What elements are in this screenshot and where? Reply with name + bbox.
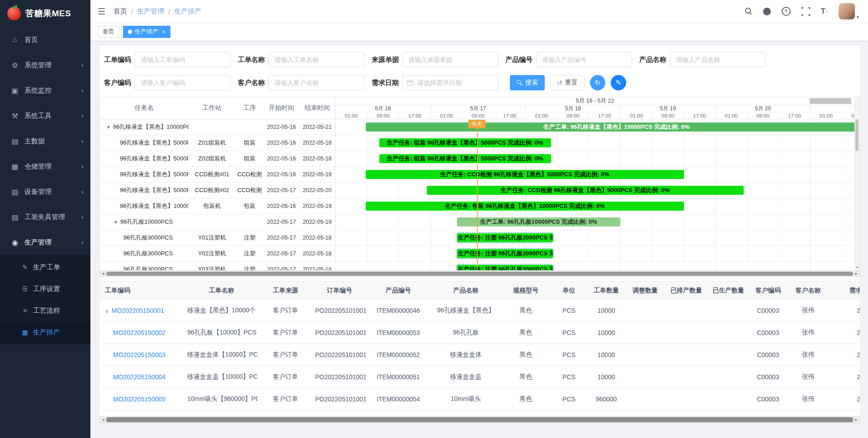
edit-button[interactable]: ✎ bbox=[611, 75, 626, 90]
close-icon[interactable]: × bbox=[162, 28, 165, 35]
tree-expand-icon[interactable]: ▼ bbox=[113, 220, 118, 225]
orders-cell: 202 bbox=[829, 344, 860, 366]
filter-form: 工单编码工单名称来源单据产品编号产品名称客户编码客户名称需求日期搜索↺重置↻✎ bbox=[99, 46, 860, 97]
orders-cell: 黑色 bbox=[501, 388, 551, 410]
user-menu[interactable]: ▾ bbox=[839, 3, 859, 19]
gantt-task-bar[interactable]: 生产任务: CCD检测 96孔移液盒【黑色】5000PCS 完成比例: 0% bbox=[366, 170, 684, 179]
workorder-code-link[interactable]: MO202205150001 bbox=[112, 307, 164, 314]
today-label: 今天 bbox=[468, 120, 486, 128]
gantt-task-bar[interactable]: 生产任务: 包装 96孔移液盒【黑色】10000PCS 完成比例: 0% bbox=[366, 202, 684, 211]
gantt-vertical-scrollbar[interactable]: ▾ bbox=[854, 97, 859, 270]
gantt-task-row[interactable]: 96孔移液盒【黑色】5000PCSCCD检测#02CCD检测2022-05-17… bbox=[100, 183, 335, 198]
workorder-code-link[interactable]: MO202205150005 bbox=[113, 396, 165, 403]
orders-cell bbox=[665, 300, 708, 322]
scrollbar-thumb[interactable] bbox=[106, 272, 853, 276]
gantt-task-row[interactable]: 96孔孔板3000PCSY01注塑机注塑2022-05-172022-05-18 bbox=[100, 230, 335, 246]
gantt-task-row[interactable]: 96孔移液盒【黑色】5000PCSZ02组装机组装2022-05-162022-… bbox=[100, 151, 335, 167]
workorder-code-link[interactable]: MO202205150002 bbox=[113, 329, 165, 336]
gantt-task-bar[interactable]: 生产任务: 注塑 96孔孔板3000PCS 完成 bbox=[457, 233, 553, 242]
table-horizontal-scrollbar[interactable]: ◂ ▸ bbox=[99, 416, 860, 423]
orders-cell: PO202205101001 bbox=[313, 300, 366, 322]
breadcrumb-item-2[interactable]: 生产排产 bbox=[174, 7, 201, 16]
search-button[interactable]: 搜索 bbox=[510, 75, 545, 90]
gantt-task-bar[interactable]: 生产任务: 注塑 96孔孔板3000PCS 完成 bbox=[457, 249, 553, 258]
gantt-end-cell: 2022-05-18 bbox=[299, 140, 335, 146]
tab-1[interactable]: 生产排产× bbox=[123, 26, 170, 38]
gantt-hour-label: 17:00 bbox=[494, 113, 525, 119]
refresh-button[interactable]: ↻ bbox=[590, 75, 605, 90]
fullscreen-icon[interactable] bbox=[802, 7, 810, 16]
sidebar-item-7[interactable]: ▨工装夹具管理∨ bbox=[0, 204, 90, 230]
tab-active-dot bbox=[128, 30, 132, 34]
sidebar-item-6[interactable]: ▧设备管理∨ bbox=[0, 179, 90, 204]
gantt-task-row[interactable]: ▼96孔孔板10000PCS2022-05-172022-05-19 bbox=[100, 214, 335, 230]
sidebar-item-2[interactable]: ▣系统监控∨ bbox=[0, 78, 90, 103]
gantt-horizontal-scrollbar[interactable]: ◂ ▸ bbox=[99, 271, 860, 277]
scroll-right-icon[interactable]: ▸ bbox=[854, 271, 859, 276]
sidebar-item-4[interactable]: ▤主数据∨ bbox=[0, 128, 90, 154]
orders-cell bbox=[708, 300, 749, 322]
workorder-code-link[interactable]: MO202205150003 bbox=[113, 351, 165, 358]
workorder-icon: ✎ bbox=[21, 264, 29, 271]
avatar[interactable] bbox=[839, 3, 855, 19]
tab-0[interactable]: 首页 bbox=[98, 26, 119, 38]
hamburger-icon[interactable]: ☰ bbox=[98, 6, 105, 17]
search-icon[interactable] bbox=[745, 7, 752, 16]
gantt-task-row[interactable]: 96孔孔板3000PCSY03注塑机注塑2022-05-172022-05-18 bbox=[100, 262, 335, 270]
orders-cell: PO202205101001 bbox=[313, 322, 366, 344]
date-input[interactable] bbox=[402, 75, 498, 90]
scrollbar-thumb[interactable] bbox=[855, 119, 859, 151]
timeline-mini-scrollbar[interactable] bbox=[810, 98, 851, 104]
scroll-down-icon[interactable]: ▾ bbox=[855, 265, 859, 270]
scroll-left-icon[interactable]: ◂ bbox=[100, 417, 106, 422]
font-size-icon[interactable]: T bbox=[821, 7, 828, 16]
text-input[interactable] bbox=[269, 52, 364, 67]
orders-cell: PO202205101001 bbox=[313, 366, 366, 388]
sidebar-item-8[interactable]: ◉生产管理∧ bbox=[0, 230, 90, 255]
gantt-task-row[interactable]: ▼96孔移液盒【黑色】10000PCS2022-05-162022-05-21 bbox=[100, 119, 335, 135]
gantt-task-row[interactable]: 96孔移液盒【黑色】5000PCSCCD检测#01CCD检测2022-05-16… bbox=[100, 167, 335, 183]
sidebar-item-3[interactable]: ⚒系统工具∨ bbox=[0, 103, 90, 128]
gantt-hour-label: 01:00 bbox=[335, 113, 367, 119]
gantt-task-row[interactable]: 96孔孔板3000PCSY02注塑机注塑2022-05-172022-05-18 bbox=[100, 246, 335, 262]
sidebar-subitem-3[interactable]: ▦生产排产 bbox=[0, 321, 90, 343]
breadcrumb-item-1[interactable]: 生产管理 bbox=[137, 7, 164, 16]
question-icon[interactable]: ? bbox=[782, 7, 791, 16]
text-input[interactable] bbox=[536, 52, 632, 67]
gantt-column-header: 工作站 bbox=[189, 104, 236, 112]
gantt-hour-label: 17:00 bbox=[684, 113, 715, 119]
github-icon[interactable] bbox=[763, 7, 771, 16]
text-input[interactable] bbox=[135, 75, 231, 90]
gantt-workorder-bar[interactable]: 生产工单: 96孔移液盒【黑色】10000PCS 完成比例: 0% bbox=[366, 122, 854, 132]
gantt-task-bar[interactable]: 生产任务: 注塑 96孔孔板3000PCS 完成 bbox=[457, 265, 553, 270]
sidebar-subitem-2[interactable]: ≡工艺流程 bbox=[0, 300, 90, 321]
orders-column-header: 工单数量 bbox=[587, 282, 625, 300]
sidebar-item-5[interactable]: ▦仓储管理∨ bbox=[0, 154, 90, 179]
gantt-task-bar[interactable]: 生产任务: 组装 96孔移液盒【黑色】5000PCS 完成比例: 0% bbox=[379, 154, 551, 163]
gantt-task-bar[interactable]: 生产任务: CCD检测 96孔移液盒【黑色】5000PCS 完成比例: 0% bbox=[427, 186, 744, 195]
sidebar-item-0[interactable]: ⌂首页 bbox=[0, 27, 90, 52]
chevron-down-icon[interactable]: ∨ bbox=[105, 308, 109, 314]
sidebar-subitem-0[interactable]: ✎生产工单 bbox=[0, 256, 90, 278]
reset-button[interactable]: ↺重置 bbox=[550, 75, 585, 90]
scroll-left-icon[interactable]: ◂ bbox=[100, 271, 106, 276]
gantt-task-bar[interactable]: 生产任务: 组装 96孔移液盒【黑色】5000PCS 完成比例: 0% bbox=[379, 138, 551, 147]
filter-label: 需求日期 bbox=[372, 79, 399, 87]
gantt-task-row[interactable]: 96孔移液盒【黑色】10000PCS包装机包装2022-05-162022-05… bbox=[100, 198, 335, 214]
scroll-right-icon[interactable]: ▸ bbox=[854, 417, 859, 422]
breadcrumb-item-0[interactable]: 首页 bbox=[113, 7, 127, 16]
workorder-code-link[interactable]: MO202205150004 bbox=[113, 373, 165, 381]
gantt-day-label bbox=[810, 105, 854, 112]
sidebar-subitem-1[interactable]: ☰工序设置 bbox=[0, 278, 90, 300]
text-input[interactable] bbox=[269, 75, 364, 90]
gantt-workorder-bar[interactable]: 生产工单: 96孔孔板10000PCS 完成比例: 0% bbox=[457, 217, 620, 226]
gantt-end-cell: 2022-05-19 bbox=[299, 219, 335, 225]
orders-cell: C00003 bbox=[749, 300, 787, 322]
sidebar-item-1[interactable]: ⚙系统管理∨ bbox=[0, 52, 90, 78]
text-input[interactable] bbox=[670, 52, 766, 67]
text-input[interactable] bbox=[402, 52, 498, 67]
scrollbar-thumb[interactable] bbox=[106, 417, 853, 422]
text-input[interactable] bbox=[135, 52, 231, 67]
gantt-task-row[interactable]: 96孔移液盒【黑色】5000PCSZ01组装机组装2022-05-162022-… bbox=[100, 135, 335, 151]
tree-expand-icon[interactable]: ▼ bbox=[106, 125, 111, 130]
